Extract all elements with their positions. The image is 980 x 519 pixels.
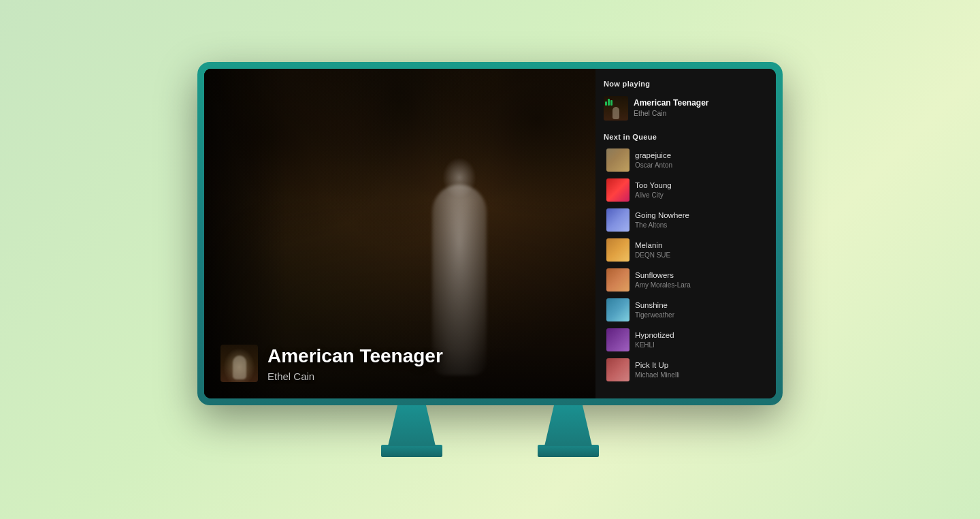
queue-title-sunflowers: Sunflowers (635, 270, 691, 281)
stand-right (538, 405, 599, 457)
queue-title-melanin: Melanin (635, 240, 670, 251)
queue-track-info-grapejuice: grapejuice Oscar Anton (635, 151, 672, 170)
queue-item-grapejuice[interactable]: grapejuice Oscar Anton (604, 145, 768, 175)
queue-title-hypnotized: Hypnotized (635, 330, 674, 341)
queue-artist-going-nowhere: The Altons (635, 221, 689, 230)
bar-1 (605, 101, 607, 106)
tv-stand (381, 405, 599, 457)
queue-track-info-sunshine: Sunshine Tigerweather (635, 300, 674, 319)
queue-artist-sunshine: Tigerweather (635, 311, 674, 319)
queue-list: grapejuice Oscar Anton Too Young Alive C… (604, 145, 768, 385)
track-title: American Teenager (267, 345, 443, 368)
now-playing-thumb (604, 96, 628, 121)
queue-panel: Now playing (595, 69, 776, 398)
queue-title-going-nowhere: Going Nowhere (635, 210, 689, 221)
queue-thumb-melanin (606, 238, 630, 262)
queue-artist-sunflowers: Amy Morales-Lara (635, 281, 691, 289)
queue-thumb-too-young (606, 178, 630, 202)
track-text: American Teenager Ethel Cain (267, 345, 443, 382)
queue-thumb-going-nowhere (606, 208, 630, 232)
stand-left (381, 405, 442, 457)
album-art-small (220, 345, 258, 382)
stand-base-left (381, 445, 442, 457)
queue-thumb-grapejuice (606, 148, 630, 172)
queue-artist-pick-it-up: Michael Minelli (635, 371, 680, 379)
queue-title-too-young: Too Young (635, 180, 672, 191)
now-playing-track-info: American Teenager Ethel Cain (634, 98, 709, 118)
queue-item-sunshine[interactable]: Sunshine Tigerweather (604, 295, 768, 325)
queue-thumb-sunflowers (606, 268, 630, 292)
queue-title-sunshine: Sunshine (635, 300, 674, 311)
queue-item-melanin[interactable]: Melanin DEQN SUE (604, 235, 768, 265)
current-track-info: American Teenager Ethel Cain (220, 345, 443, 382)
queue-thumb-sunshine (606, 298, 630, 321)
queue-title-pick-it-up: Pick It Up (635, 360, 680, 371)
queue-artist-grapejuice: Oscar Anton (635, 161, 672, 170)
tv-frame: American Teenager Ethel Cain Now playing (197, 62, 783, 405)
playing-bars (605, 97, 612, 106)
np-track-title: American Teenager (634, 98, 709, 109)
np-track-artist: Ethel Cain (634, 109, 709, 119)
stand-leg-left (388, 405, 436, 446)
queue-track-info-sunflowers: Sunflowers Amy Morales-Lara (635, 270, 691, 289)
track-artist: Ethel Cain (267, 371, 443, 382)
queue-track-info-pick-it-up: Pick It Up Michael Minelli (635, 360, 680, 379)
now-playing-visual: American Teenager Ethel Cain (204, 69, 595, 398)
tv-screen: American Teenager Ethel Cain Now playing (204, 69, 776, 398)
queue-artist-melanin: DEQN SUE (635, 251, 670, 260)
queue-track-info-going-nowhere: Going Nowhere The Altons (635, 210, 689, 230)
queue-item-sunflowers[interactable]: Sunflowers Amy Morales-Lara (604, 265, 768, 295)
queue-artist-too-young: Alive City (635, 191, 672, 200)
now-playing-section: Now playing (604, 80, 768, 123)
queue-thumb-hypnotized (606, 328, 630, 351)
queue-track-info-melanin: Melanin DEQN SUE (635, 240, 670, 260)
queue-item-hypnotized[interactable]: Hypnotized KEHLI (604, 325, 768, 355)
queue-track-info-too-young: Too Young Alive City (635, 180, 672, 200)
stand-base-right (538, 445, 599, 457)
queue-title-grapejuice: grapejuice (635, 151, 672, 161)
queue-label: Next in Queue (604, 133, 768, 141)
queue-item-pick-it-up[interactable]: Pick It Up Michael Minelli (604, 355, 768, 385)
tv-container: American Teenager Ethel Cain Now playing (197, 62, 783, 457)
stand-leg-right (544, 405, 592, 446)
queue-item-too-young[interactable]: Too Young Alive City (604, 175, 768, 205)
bar-3 (610, 100, 612, 106)
now-playing-label: Now playing (604, 80, 768, 88)
now-playing-item[interactable]: American Teenager Ethel Cain (604, 93, 768, 123)
queue-track-info-hypnotized: Hypnotized KEHLI (635, 330, 674, 349)
bar-2 (608, 99, 610, 106)
queue-thumb-pick-it-up (606, 358, 630, 381)
queue-item-going-nowhere[interactable]: Going Nowhere The Altons (604, 205, 768, 235)
queue-artist-hypnotized: KEHLI (635, 341, 674, 349)
